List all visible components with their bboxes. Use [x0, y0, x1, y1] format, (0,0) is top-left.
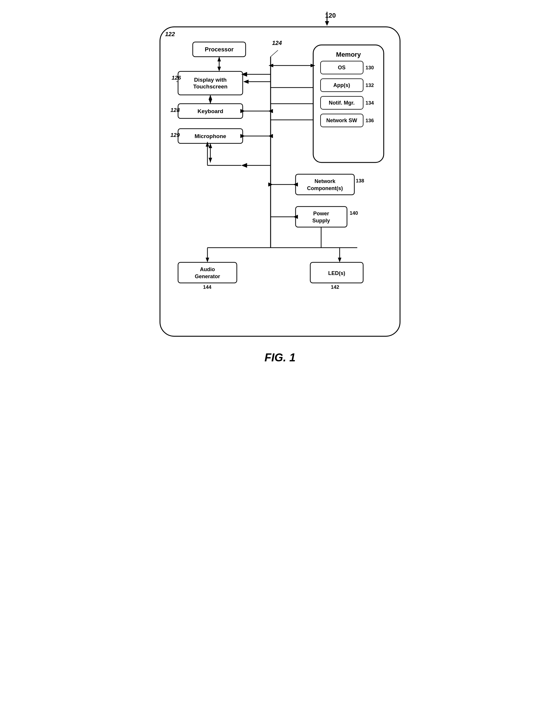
display-label2: Touchscreen	[193, 83, 228, 90]
apps-ref: 132	[365, 83, 374, 88]
leds-ref: 142	[331, 284, 339, 290]
svg-marker-39	[209, 99, 212, 104]
notif-label: Notif. Mgr.	[329, 100, 355, 106]
os-ref: 130	[365, 65, 374, 71]
audio-gen-label2: Generator	[195, 274, 220, 279]
audio-gen-label: Audio	[200, 266, 215, 272]
leds-label: LED(s)	[328, 270, 345, 276]
svg-marker-43	[241, 163, 247, 168]
network-comp-ref: 138	[356, 178, 364, 184]
svg-marker-38	[209, 95, 212, 100]
svg-marker-41	[209, 158, 212, 162]
bus-label: 124	[272, 40, 282, 46]
fig-label: FIG. 1	[264, 351, 296, 364]
svg-marker-42	[209, 143, 212, 148]
diagram-wrapper: 120 122 Processor 124 Memory OS 130	[154, 12, 406, 364]
top-ref-label: 120	[325, 12, 336, 19]
netsw-ref: 136	[365, 118, 374, 123]
svg-marker-1	[325, 21, 329, 26]
svg-marker-49	[338, 258, 341, 262]
network-comp-label2: Component(s)	[307, 185, 343, 191]
svg-marker-14	[243, 80, 249, 84]
audio-gen-ref: 144	[203, 284, 212, 290]
power-supply-label: Power	[313, 211, 329, 217]
microphone-ref: 129	[170, 132, 180, 138]
display-label: Display with	[194, 77, 227, 83]
processor-label: Processor	[205, 46, 234, 53]
svg-rect-28	[296, 174, 354, 195]
keyboard-ref: 128	[170, 107, 180, 113]
svg-rect-32	[296, 207, 347, 227]
display-ref: 126	[172, 75, 181, 81]
svg-marker-12	[217, 57, 221, 61]
svg-rect-18	[178, 71, 243, 95]
os-label: OS	[338, 65, 346, 71]
svg-line-3	[271, 50, 278, 57]
netsw-label: Network SW	[326, 118, 357, 123]
power-supply-ref: 140	[350, 210, 358, 216]
outer-label: 122	[165, 31, 175, 38]
microphone-label: Microphone	[195, 133, 226, 139]
memory-title: Memory	[336, 51, 361, 58]
outer-box: 122 Processor 124 Memory OS 130 App(s) 1…	[160, 26, 400, 337]
svg-marker-11	[217, 67, 221, 71]
svg-marker-47	[206, 258, 209, 262]
apps-label: App(s)	[333, 82, 350, 88]
power-supply-label2: Supply	[312, 218, 330, 224]
inner-diagram-svg: Processor 124 Memory OS 130 App(s) 132 N…	[169, 36, 393, 324]
keyboard-label: Keyboard	[197, 108, 223, 114]
network-comp-label: Network	[314, 178, 336, 184]
svg-rect-53	[178, 262, 237, 283]
notif-ref: 134	[365, 100, 374, 106]
